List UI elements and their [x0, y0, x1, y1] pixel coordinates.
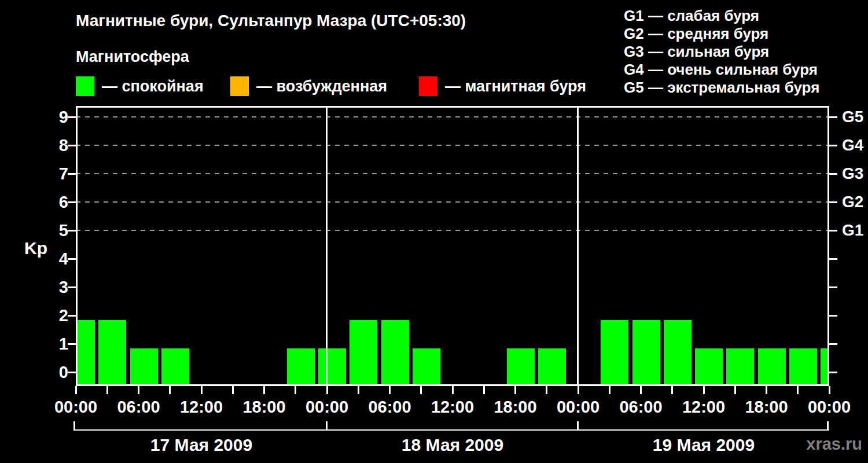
- x-tick-label: 12:00: [421, 398, 484, 416]
- y-tick-left: [68, 315, 76, 317]
- x-tick: [201, 386, 203, 394]
- plot-border: [76, 106, 829, 386]
- y-tick-right: [829, 201, 837, 203]
- y-tick-label: 3: [22, 277, 68, 297]
- y-tick-right: [829, 372, 837, 373]
- y-tick-right: [829, 258, 837, 260]
- g-level-label: G1: [842, 221, 868, 240]
- x-tick: [671, 386, 673, 394]
- x-tick: [420, 386, 422, 394]
- x-tick: [263, 386, 265, 394]
- x-tick-label: 06:00: [358, 398, 422, 416]
- y-tick-label: 5: [22, 220, 68, 241]
- x-tick: [640, 386, 642, 394]
- y-tick-label: 1: [22, 333, 68, 354]
- x-tick-label: 06:00: [609, 398, 673, 416]
- x-tick-label: 12:00: [672, 398, 735, 416]
- x-tick-label: 18:00: [735, 398, 799, 416]
- date-label: 19 Мая 2009: [611, 435, 796, 455]
- x-tick-label: 18:00: [484, 398, 547, 416]
- y-tick-label: 9: [22, 106, 68, 127]
- y-tick-label: 2: [22, 305, 68, 326]
- g-level-label: G5: [842, 108, 868, 126]
- g-level-label: G3: [842, 164, 868, 183]
- y-tick-label: 7: [22, 163, 68, 184]
- x-tick: [326, 386, 328, 394]
- y-tick-right: [829, 286, 837, 288]
- y-tick-right: [829, 315, 837, 317]
- y-tick-right: [829, 173, 837, 175]
- x-tick-label: 00:00: [546, 398, 610, 416]
- g-level-label: G4: [842, 136, 868, 155]
- x-tick: [766, 386, 767, 394]
- y-tick-left: [68, 372, 76, 373]
- y-tick-left: [68, 286, 76, 288]
- date-axis-tick: [73, 421, 75, 431]
- y-tick-left: [68, 343, 76, 345]
- y-tick-right: [829, 116, 837, 118]
- x-tick-label: 12:00: [170, 398, 233, 416]
- x-tick: [232, 386, 234, 394]
- date-axis-line: [73, 429, 829, 431]
- x-tick: [106, 386, 108, 394]
- x-tick: [514, 386, 516, 394]
- y-tick-label: 0: [22, 362, 68, 383]
- x-tick: [169, 386, 171, 394]
- y-tick-left: [68, 145, 76, 146]
- y-tick-right: [829, 145, 837, 146]
- y-tick-left: [68, 258, 76, 260]
- date-axis-tick: [326, 421, 328, 431]
- g-level-label: G2: [842, 193, 868, 211]
- x-tick: [546, 386, 547, 394]
- xras-watermark[interactable]: xras.ru: [770, 435, 862, 454]
- x-tick: [389, 386, 391, 394]
- x-tick: [295, 386, 296, 394]
- y-tick-right: [829, 343, 837, 345]
- y-tick-left: [68, 230, 76, 232]
- x-tick: [703, 386, 705, 394]
- y-tick-right: [829, 230, 837, 232]
- date-axis-tick: [577, 421, 579, 431]
- y-tick-left: [68, 201, 76, 203]
- x-tick: [829, 386, 830, 394]
- x-tick: [138, 386, 139, 394]
- x-tick: [452, 386, 454, 394]
- x-tick-label: 00:00: [295, 398, 359, 416]
- x-tick: [797, 386, 799, 394]
- x-tick: [75, 386, 77, 394]
- y-tick-left: [68, 116, 76, 118]
- y-tick-label: 6: [22, 192, 68, 212]
- x-tick-label: 06:00: [107, 398, 171, 416]
- x-tick-label: 18:00: [233, 398, 296, 416]
- x-tick-label: 00:00: [44, 398, 108, 416]
- y-tick-left: [68, 173, 76, 175]
- x-tick: [578, 386, 579, 394]
- date-label: 18 Мая 2009: [360, 435, 545, 455]
- x-tick: [358, 386, 359, 394]
- kp-bar-chart: 0123456789G1G2G3G4G500:0006:0012:0018:00…: [0, 0, 868, 463]
- date-axis-tick: [827, 421, 829, 431]
- x-tick: [734, 386, 736, 394]
- y-tick-label: 4: [22, 248, 68, 269]
- x-tick: [483, 386, 485, 394]
- x-tick-label: 00:00: [797, 398, 861, 416]
- magnetic-storm-page: { "header": { "title": "Магнитные бури, …: [0, 0, 868, 463]
- date-label: 17 Мая 2009: [109, 435, 294, 455]
- x-tick: [609, 386, 610, 394]
- y-tick-label: 8: [22, 135, 68, 156]
